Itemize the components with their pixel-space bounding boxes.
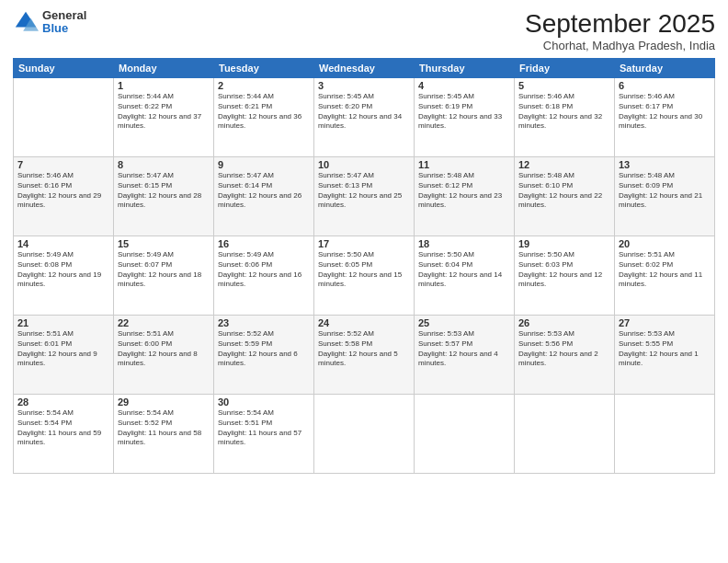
day-info: Sunrise: 5:54 AM Sunset: 5:52 PM Dayligh… — [118, 408, 210, 448]
day-info: Sunrise: 5:54 AM Sunset: 5:51 PM Dayligh… — [218, 408, 310, 448]
day-info: Sunrise: 5:44 AM Sunset: 6:21 PM Dayligh… — [218, 92, 310, 132]
day-number: 17 — [318, 238, 410, 249]
header-monday: Monday — [114, 59, 214, 78]
table-row: 4Sunrise: 5:45 AM Sunset: 6:19 PM Daylig… — [415, 78, 515, 157]
day-info: Sunrise: 5:51 AM Sunset: 6:01 PM Dayligh… — [17, 329, 109, 369]
table-row — [515, 395, 615, 474]
day-number: 23 — [218, 317, 310, 328]
table-row: 14Sunrise: 5:49 AM Sunset: 6:08 PM Dayli… — [14, 236, 114, 316]
logo: General Blue — [13, 9, 86, 36]
day-info: Sunrise: 5:50 AM Sunset: 6:05 PM Dayligh… — [318, 250, 410, 290]
day-number: 13 — [619, 159, 711, 170]
table-row: 28Sunrise: 5:54 AM Sunset: 5:54 PM Dayli… — [14, 395, 114, 474]
day-number: 18 — [418, 238, 510, 249]
day-number: 10 — [318, 159, 410, 170]
table-row: 11Sunrise: 5:48 AM Sunset: 6:12 PM Dayli… — [415, 157, 515, 236]
header-friday: Friday — [515, 59, 615, 78]
table-row: 30Sunrise: 5:54 AM Sunset: 5:51 PM Dayli… — [214, 395, 314, 474]
title-block: September 2025 Chorhat, Madhya Pradesh, … — [525, 9, 715, 52]
weekday-header-row: Sunday Monday Tuesday Wednesday Thursday… — [14, 59, 715, 78]
calendar-week-row: 21Sunrise: 5:51 AM Sunset: 6:01 PM Dayli… — [14, 316, 715, 395]
table-row — [415, 395, 515, 474]
header-tuesday: Tuesday — [214, 59, 314, 78]
header-saturday: Saturday — [615, 59, 715, 78]
header-sunday: Sunday — [14, 59, 114, 78]
table-row: 10Sunrise: 5:47 AM Sunset: 6:13 PM Dayli… — [314, 157, 415, 236]
table-row: 25Sunrise: 5:53 AM Sunset: 5:57 PM Dayli… — [415, 316, 515, 395]
day-number: 2 — [218, 80, 310, 91]
table-row — [615, 395, 715, 474]
table-row: 27Sunrise: 5:53 AM Sunset: 5:55 PM Dayli… — [615, 316, 715, 395]
day-number: 5 — [518, 80, 610, 91]
table-row: 21Sunrise: 5:51 AM Sunset: 6:01 PM Dayli… — [14, 316, 114, 395]
day-info: Sunrise: 5:51 AM Sunset: 6:02 PM Dayligh… — [619, 250, 711, 290]
day-number: 3 — [318, 80, 410, 91]
table-row: 8Sunrise: 5:47 AM Sunset: 6:15 PM Daylig… — [114, 157, 214, 236]
calendar-week-row: 28Sunrise: 5:54 AM Sunset: 5:54 PM Dayli… — [14, 395, 715, 474]
day-number: 24 — [318, 317, 410, 328]
table-row: 5Sunrise: 5:46 AM Sunset: 6:18 PM Daylig… — [515, 78, 615, 157]
day-info: Sunrise: 5:46 AM Sunset: 6:18 PM Dayligh… — [518, 92, 610, 132]
day-number: 22 — [118, 317, 210, 328]
day-info: Sunrise: 5:46 AM Sunset: 6:17 PM Dayligh… — [619, 92, 711, 132]
header-wednesday: Wednesday — [314, 59, 415, 78]
calendar: Sunday Monday Tuesday Wednesday Thursday… — [13, 58, 715, 474]
logo-icon — [13, 9, 39, 35]
table-row: 19Sunrise: 5:50 AM Sunset: 6:03 PM Dayli… — [515, 236, 615, 316]
day-number: 1 — [118, 80, 210, 91]
day-info: Sunrise: 5:54 AM Sunset: 5:54 PM Dayligh… — [17, 408, 109, 448]
table-row: 6Sunrise: 5:46 AM Sunset: 6:17 PM Daylig… — [615, 78, 715, 157]
day-number: 6 — [619, 80, 711, 91]
day-number: 4 — [418, 80, 510, 91]
table-row: 20Sunrise: 5:51 AM Sunset: 6:02 PM Dayli… — [615, 236, 715, 316]
day-info: Sunrise: 5:47 AM Sunset: 6:15 PM Dayligh… — [118, 171, 210, 211]
day-info: Sunrise: 5:47 AM Sunset: 6:13 PM Dayligh… — [318, 171, 410, 211]
header: General Blue September 2025 Chorhat, Mad… — [13, 9, 715, 52]
day-info: Sunrise: 5:44 AM Sunset: 6:22 PM Dayligh… — [118, 92, 210, 132]
subtitle: Chorhat, Madhya Pradesh, India — [525, 39, 715, 52]
logo-text: General Blue — [42, 9, 86, 36]
day-info: Sunrise: 5:49 AM Sunset: 6:07 PM Dayligh… — [118, 250, 210, 290]
calendar-week-row: 7Sunrise: 5:46 AM Sunset: 6:16 PM Daylig… — [14, 157, 715, 236]
day-info: Sunrise: 5:53 AM Sunset: 5:55 PM Dayligh… — [619, 329, 711, 369]
day-number: 16 — [218, 238, 310, 249]
table-row: 16Sunrise: 5:49 AM Sunset: 6:06 PM Dayli… — [214, 236, 314, 316]
table-row: 9Sunrise: 5:47 AM Sunset: 6:14 PM Daylig… — [214, 157, 314, 236]
day-info: Sunrise: 5:46 AM Sunset: 6:16 PM Dayligh… — [17, 171, 109, 211]
day-number: 15 — [118, 238, 210, 249]
day-number: 19 — [518, 238, 610, 249]
day-info: Sunrise: 5:45 AM Sunset: 6:19 PM Dayligh… — [418, 92, 510, 132]
table-row: 2Sunrise: 5:44 AM Sunset: 6:21 PM Daylig… — [214, 78, 314, 157]
day-info: Sunrise: 5:50 AM Sunset: 6:04 PM Dayligh… — [418, 250, 510, 290]
day-number: 7 — [17, 159, 109, 170]
month-title: September 2025 — [525, 9, 715, 39]
day-info: Sunrise: 5:48 AM Sunset: 6:09 PM Dayligh… — [619, 171, 711, 211]
table-row: 7Sunrise: 5:46 AM Sunset: 6:16 PM Daylig… — [14, 157, 114, 236]
day-number: 14 — [17, 238, 109, 249]
day-number: 26 — [518, 317, 610, 328]
table-row: 1Sunrise: 5:44 AM Sunset: 6:22 PM Daylig… — [114, 78, 214, 157]
table-row: 12Sunrise: 5:48 AM Sunset: 6:10 PM Dayli… — [515, 157, 615, 236]
day-number: 20 — [619, 238, 711, 249]
day-info: Sunrise: 5:50 AM Sunset: 6:03 PM Dayligh… — [518, 250, 610, 290]
logo-blue-text: Blue — [42, 22, 86, 35]
day-info: Sunrise: 5:48 AM Sunset: 6:10 PM Dayligh… — [518, 171, 610, 211]
day-info: Sunrise: 5:49 AM Sunset: 6:08 PM Dayligh… — [17, 250, 109, 290]
day-number: 9 — [218, 159, 310, 170]
table-row: 22Sunrise: 5:51 AM Sunset: 6:00 PM Dayli… — [114, 316, 214, 395]
day-number: 27 — [619, 317, 711, 328]
logo-general-text: General — [42, 9, 86, 22]
day-number: 12 — [518, 159, 610, 170]
day-number: 8 — [118, 159, 210, 170]
table-row: 3Sunrise: 5:45 AM Sunset: 6:20 PM Daylig… — [314, 78, 415, 157]
table-row: 13Sunrise: 5:48 AM Sunset: 6:09 PM Dayli… — [615, 157, 715, 236]
table-row — [314, 395, 415, 474]
day-info: Sunrise: 5:49 AM Sunset: 6:06 PM Dayligh… — [218, 250, 310, 290]
day-number: 28 — [17, 396, 109, 408]
day-info: Sunrise: 5:45 AM Sunset: 6:20 PM Dayligh… — [318, 92, 410, 132]
day-number: 29 — [118, 396, 210, 408]
day-info: Sunrise: 5:48 AM Sunset: 6:12 PM Dayligh… — [418, 171, 510, 211]
table-row: 15Sunrise: 5:49 AM Sunset: 6:07 PM Dayli… — [114, 236, 214, 316]
day-number: 21 — [17, 317, 109, 328]
table-row: 23Sunrise: 5:52 AM Sunset: 5:59 PM Dayli… — [214, 316, 314, 395]
